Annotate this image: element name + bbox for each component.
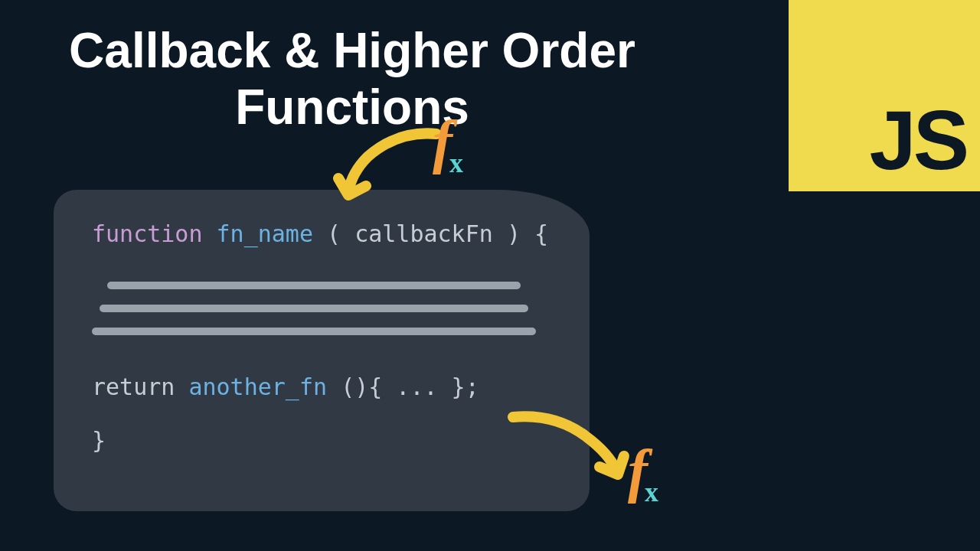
keyword-return: return xyxy=(92,373,188,400)
placeholder-line xyxy=(107,282,521,289)
function-name: fn_name xyxy=(217,220,313,247)
fx-x: x xyxy=(645,477,658,507)
fx-icon-callback: f x xyxy=(433,107,469,176)
js-logo: JS xyxy=(789,0,980,191)
return-fn-name: another_fn xyxy=(188,373,327,400)
close-brace: } xyxy=(92,427,551,454)
open-brace: { xyxy=(534,220,548,247)
keyword-function: function xyxy=(92,220,203,247)
code-line-return: return another_fn (){ ... }; xyxy=(92,373,551,400)
fx-x: x xyxy=(449,148,463,178)
call-suffix: (){ ... }; xyxy=(341,373,479,400)
placeholder-body xyxy=(92,282,551,335)
arrow-out-icon xyxy=(501,398,639,490)
placeholder-line xyxy=(100,305,528,312)
close-paren: ) xyxy=(507,220,521,247)
open-paren: ( xyxy=(327,220,341,247)
code-line-declaration: function fn_name ( callbackFn ) { xyxy=(92,220,551,247)
js-logo-text: JS xyxy=(869,98,966,182)
placeholder-line xyxy=(92,328,536,335)
fx-icon-return: f x xyxy=(628,436,665,505)
param-name: callbackFn xyxy=(354,220,493,247)
